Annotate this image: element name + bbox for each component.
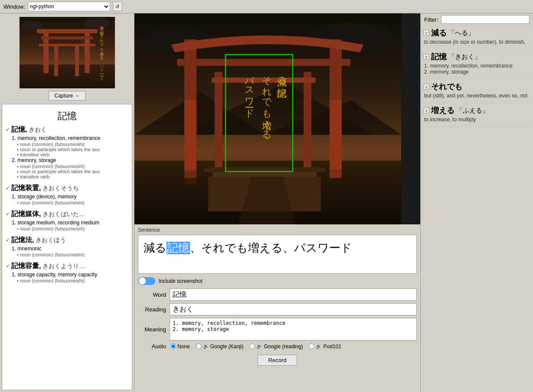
filter-remove-button[interactable]: x (423, 107, 429, 113)
audio-google-reading[interactable]: 🔊 Google (reading) (249, 343, 303, 350)
word-label: Word (138, 292, 166, 298)
audio-google-kanji[interactable]: 🔊 Google (Kanji) (196, 343, 244, 350)
reading-input[interactable] (170, 303, 417, 315)
filter-kanji: それでも (431, 81, 462, 92)
dict-kanji: 記憶装置, (11, 184, 41, 193)
dict-def-num: 1. mnemonic (12, 246, 128, 252)
dict-def-bullet: noun (common) (futsuumeishi) (12, 278, 128, 283)
filter-definition: 1. memory, recollection, remembrance2. m… (423, 63, 530, 75)
filter-reading: 「ふえる」 (456, 107, 489, 115)
filter-remove-button[interactable]: x (423, 84, 429, 90)
dict-kanji: 記憶法, (11, 236, 34, 245)
dict-def-block: 1. storage (device), memory noun (common… (6, 194, 128, 205)
filter-remove-button[interactable]: x (423, 30, 429, 36)
dict-reading: きおく (29, 126, 47, 134)
dict-def-block: 1. storage capacity, memory capacity nou… (6, 272, 128, 283)
dict-kanji: 記憶容量, (11, 262, 41, 271)
dict-def-bullet: transitive verb (12, 174, 128, 179)
word-row: Word (138, 288, 417, 301)
right-panel: Filter: x 減る 「へる」 to decrease (in size o… (420, 13, 533, 392)
audio-google-reading-radio[interactable] (249, 343, 255, 349)
capture-button[interactable]: Capture → (49, 91, 85, 100)
list-item: ✓ 記憶法, きおくほう 1. mnemonic noun (common) (… (6, 236, 128, 257)
include-screenshot-toggle[interactable] (138, 277, 155, 285)
filter-item: x それでも but (still), and yet, nevertheles… (423, 81, 530, 102)
window-select[interactable]: ngl-python (28, 2, 110, 11)
svg-point-10 (85, 18, 111, 29)
center-panel: 減る記憶、 それでも増える、 パスワード Sentence 減る記憶、それでも増… (134, 13, 420, 392)
filter-item-header: x 減る 「へる」 (423, 28, 530, 38)
dict-def-bullet: noun (common) (futsuumeishi) (12, 164, 128, 169)
filter-definition: to decrease (in size or number), to dimi… (423, 39, 530, 45)
dict-check: ✓ (6, 211, 10, 217)
svg-rect-4 (37, 29, 98, 33)
filter-reading: 「へる」 (448, 29, 474, 37)
dict-def-num: 2. memory, storage (12, 157, 128, 163)
filter-definition: to increase, to multiply (423, 117, 530, 123)
list-item: ✓ 記憶媒体, きおくばいた… 1. storage medium, recor… (6, 210, 128, 231)
image-area: 減る記憶、 それでも増える、 パスワード (134, 13, 420, 224)
main-layout: 減る記憶、それでも増える、パスワード Capture → 記憶 ✓ 記憶, きお… (0, 13, 533, 392)
word-input[interactable] (170, 288, 417, 301)
top-bar: Window: ngl-python ↺ (0, 0, 533, 13)
thumbnail-area: 減る記憶、それでも増える、パスワード Capture → (0, 13, 134, 104)
audio-radio-group: None 🔊 Google (Kanji) 🔊 Google (reading) (170, 343, 341, 350)
audio-none[interactable]: None (170, 343, 190, 350)
dict-check: ✓ (6, 185, 10, 191)
svg-rect-8 (75, 44, 79, 76)
window-label: Window: (3, 3, 25, 10)
svg-text:パスワード: パスワード (244, 70, 255, 118)
filter-remove-button[interactable]: x (423, 54, 429, 60)
record-button[interactable]: Record (258, 355, 298, 366)
svg-rect-36 (184, 100, 196, 169)
filter-kanji: 記憶 (431, 52, 447, 62)
dict-def-num: 1. storage (device), memory (12, 194, 128, 200)
dict-def-block: 1. memory, recollection, remembrance nou… (6, 135, 128, 179)
sentence-before: 減る (144, 242, 167, 254)
left-panel: 減る記憶、それでも増える、パスワード Capture → 記憶 ✓ 記憶, きお… (0, 13, 134, 392)
filter-results: x 減る 「へる」 to decrease (in size or number… (421, 26, 533, 392)
dict-def-bullet: noun (common) (futsuumeishi) (12, 226, 128, 231)
dict-check: ✓ (6, 237, 10, 243)
dict-kanji: 記憶媒体, (11, 210, 41, 219)
filter-item-header: x 増える 「ふえる」 (423, 105, 530, 116)
filter-definition: but (still), and yet, nevertheless, even… (423, 93, 530, 99)
dict-def-bullet: noun (common) (futsuumeishi) (12, 142, 128, 147)
sentence-highlight: 記憶 (167, 242, 190, 254)
svg-rect-5 (41, 36, 93, 39)
dict-kanji: 記憶, (11, 125, 27, 134)
dict-def-bullet: noun (common) (futsuumeishi) (12, 200, 128, 205)
filter-item: x 減る 「へる」 to decrease (in size or number… (423, 28, 530, 48)
filter-item: x 記憶 「きおく」 1. memory, recollection, reme… (423, 52, 530, 78)
thumbnail-image: 減る記憶、それでも増える、パスワード (20, 17, 115, 88)
sentence-box: 減る記憶、それでも増える、パスワード (138, 235, 417, 274)
audio-google-kanji-radio[interactable] (196, 343, 202, 349)
svg-rect-37 (330, 100, 342, 169)
dict-def-bullet: noun (common) (futsuumeishi) (12, 252, 128, 257)
dict-def-num: 1. memory, recollection, remembrance (12, 135, 128, 141)
audio-pod101-radio[interactable] (309, 343, 314, 349)
svg-rect-25 (304, 72, 311, 167)
toggle-knob (139, 278, 146, 285)
svg-rect-28 (213, 172, 317, 177)
audio-none-radio[interactable] (170, 343, 176, 349)
filter-item-header: x それでも (423, 81, 530, 92)
dict-reading: きおくようり… (43, 262, 85, 270)
record-row: Record (138, 352, 417, 368)
meaning-textarea[interactable]: 1. memory, recollection, remembrance 2. … (170, 318, 417, 340)
list-item: ✓ 記憶装置, きおくそうち 1. storage (device), memo… (6, 184, 128, 205)
list-item: ✓ 記憶容量, きおくようり… 1. storage capacity, mem… (6, 262, 128, 283)
filter-row: Filter: (421, 13, 533, 26)
dict-def-num: 1. storage medium, recording medium (12, 220, 128, 226)
dict-def-bullet: noun or participle which takes the aux (12, 169, 128, 174)
sentence-after: 、それでも増える、パスワード (190, 242, 352, 254)
include-row: Include screenshot (138, 277, 417, 285)
filter-item-header: x 記憶 「きおく」 (423, 52, 530, 62)
refresh-button[interactable]: ↺ (113, 2, 122, 11)
reading-row: Reading (138, 303, 417, 315)
audio-pod101[interactable]: 🔊 Pod101 (309, 343, 341, 350)
dict-reading: きおくそうち (43, 185, 79, 192)
filter-input[interactable] (441, 15, 530, 24)
list-item: ✓ 記憶, きおく 1. memory, recollection, remem… (6, 125, 128, 179)
filter-reading: 「きおく」 (448, 53, 481, 61)
